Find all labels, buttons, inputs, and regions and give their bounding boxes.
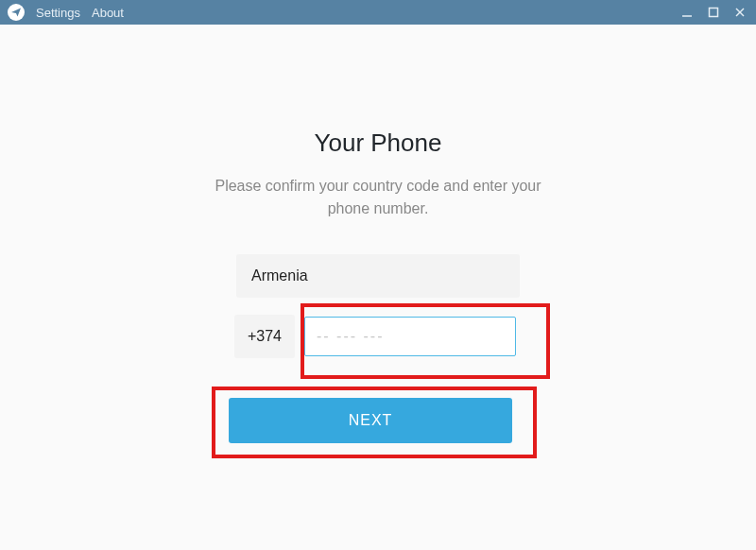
- svg-rect-1: [710, 9, 718, 17]
- close-icon: [734, 7, 746, 18]
- phone-number-input[interactable]: [304, 317, 516, 356]
- country-code-label: +374: [248, 328, 282, 345]
- paper-plane-icon: [10, 7, 22, 18]
- country-select[interactable]: Armenia: [236, 254, 520, 298]
- phone-row: +374: [234, 315, 546, 358]
- menu-settings[interactable]: Settings: [36, 6, 80, 20]
- titlebar-left: Settings About: [8, 4, 124, 21]
- maximize-icon: [708, 7, 719, 18]
- window-titlebar: Settings About: [0, 0, 756, 25]
- country-code-field[interactable]: +374: [234, 315, 295, 358]
- window-controls: [679, 4, 748, 21]
- maximize-button[interactable]: [705, 4, 722, 21]
- next-button-wrapper: NEXT: [217, 398, 539, 443]
- next-button[interactable]: NEXT: [229, 398, 512, 443]
- minimize-icon: [681, 7, 693, 18]
- phone-form: Armenia +374: [236, 254, 520, 364]
- app-icon: [8, 4, 25, 21]
- main-content: Your Phone Please confirm your country c…: [0, 25, 756, 443]
- page-subtitle: Please confirm your country code and ent…: [208, 175, 548, 220]
- minimize-button[interactable]: [679, 4, 696, 21]
- page-title: Your Phone: [315, 129, 442, 158]
- phone-row-wrapper: +374: [234, 309, 546, 364]
- next-button-label: NEXT: [349, 412, 393, 429]
- close-button[interactable]: [731, 4, 748, 21]
- menu-about[interactable]: About: [92, 6, 124, 20]
- country-label: Armenia: [251, 267, 308, 284]
